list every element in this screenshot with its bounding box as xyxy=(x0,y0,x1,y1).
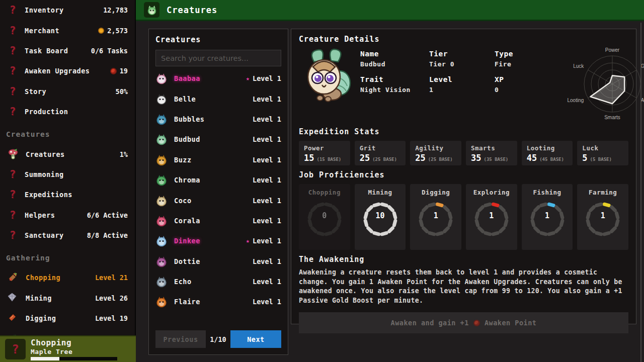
svg-text:Smarts: Smarts xyxy=(604,115,620,120)
echo-sprite-icon xyxy=(155,276,168,288)
sidebar-item-value: Level 21 xyxy=(95,274,128,282)
field-trait: TraitNight Vision xyxy=(360,75,429,94)
sidebar-item-mining[interactable]: MiningLevel 26 xyxy=(0,288,135,308)
field-label: XP xyxy=(495,75,560,83)
sidebar-item-label: Merchant xyxy=(25,27,59,35)
job-proficiency-cards: Chopping0Mining10Digging1Exploring1Fishi… xyxy=(299,184,628,250)
stat-base: (45 BASE) xyxy=(539,157,564,162)
creature-sprite-icon xyxy=(7,148,19,160)
sidebar-item-label: Helpers xyxy=(25,211,55,219)
creature-row-baabaa[interactable]: Baabaa★Level 1 xyxy=(155,68,281,88)
previous-page-button[interactable]: Previous xyxy=(155,330,206,348)
field-tier: TierTier 0 xyxy=(429,50,495,68)
job-label: Digging xyxy=(422,189,450,196)
field-value: Budbud xyxy=(360,60,429,68)
creature-name: Coco xyxy=(174,197,192,205)
sidebar-item-helpers[interactable]: ?Helpers6/6 Active xyxy=(0,205,135,225)
chroma-sprite-icon xyxy=(155,174,168,186)
job-card-digging: Digging1 xyxy=(410,184,461,250)
creature-level: Level 1 xyxy=(253,95,281,103)
active-task-status-bar[interactable]: ? Chopping Maple Tree xyxy=(0,335,136,362)
sidebar-item-production[interactable]: ?Production xyxy=(0,102,135,122)
sidebar-item-chopping[interactable]: ChoppingLevel 21 xyxy=(0,267,135,288)
unknown-question-icon: ? xyxy=(7,189,18,201)
unknown-question-icon: ? xyxy=(7,25,18,37)
creature-row-chroma[interactable]: ChromaLevel 1 xyxy=(155,170,281,190)
creature-row-dinkee[interactable]: Dinkee★Level 1 xyxy=(155,231,281,251)
creature-level: Level 1 xyxy=(253,176,281,184)
creature-list: Baabaa★Level 1BelleLevel 1BubblesLevel 1… xyxy=(155,68,281,312)
creature-row-dottie[interactable]: DottieLevel 1 xyxy=(155,251,281,272)
stat-label: Grit xyxy=(360,144,401,152)
creature-row-budbud[interactable]: BudbudLevel 1 xyxy=(155,129,281,149)
sidebar-item-expeditions[interactable]: ?Expeditions xyxy=(0,185,135,205)
sidebar-item-story[interactable]: ?Story50% xyxy=(0,81,135,102)
sidebar-item-sanctuary[interactable]: ?Sanctuary8/8 Active xyxy=(0,225,135,245)
sidebar-item-digging[interactable]: DiggingLevel 19 xyxy=(0,308,135,328)
sidebar-item-creatures[interactable]: Creatures1% xyxy=(0,144,135,164)
job-card-farming: Farming1 xyxy=(577,184,628,250)
sidebar-item-value: Level 26 xyxy=(95,294,128,302)
sidebar-item-merchant[interactable]: ?Merchant2,573 xyxy=(0,20,135,40)
sidebar-item-value: 12,783 xyxy=(103,6,128,14)
active-task-title: Chopping xyxy=(31,338,117,347)
expedition-stats-title: Expedition Stats xyxy=(299,127,628,136)
job-label: Exploring xyxy=(473,189,510,196)
corala-sprite-icon xyxy=(155,215,168,227)
creature-name: Chroma xyxy=(174,176,200,184)
creature-row-corala[interactable]: CoralaLevel 1 xyxy=(155,211,281,231)
sidebar-item-label: Mining xyxy=(26,294,52,302)
creature-name: Corala xyxy=(174,217,200,225)
stat-card-smarts: Smarts35(35 BASE) xyxy=(466,141,517,165)
creature-name: Belle xyxy=(174,95,196,103)
sidebar-item-label: Story xyxy=(25,87,46,96)
creature-list-panel: Creatures Baabaa★Level 1BelleLevel 1Bubb… xyxy=(148,29,288,355)
creature-level: ★Level 1 xyxy=(246,74,281,82)
sidebar-item-summoning[interactable]: ?Summoning xyxy=(0,164,135,185)
sidebar-item-label: Summoning xyxy=(25,170,64,178)
unknown-question-icon: ? xyxy=(7,209,18,221)
unknown-question-icon: ? xyxy=(7,65,18,77)
stat-value: 35 xyxy=(471,153,481,163)
scrollbar[interactable] xyxy=(640,23,641,362)
creature-name: Baabaa xyxy=(174,74,200,82)
creature-row-echo[interactable]: EchoLevel 1 xyxy=(155,272,281,292)
sidebar-item-label: Digging xyxy=(26,314,56,322)
next-page-button[interactable]: Next xyxy=(230,330,281,348)
creature-name: Budbud xyxy=(174,135,200,143)
budbud-portrait xyxy=(299,47,355,103)
job-card-mining: Mining10 xyxy=(355,184,406,250)
active-task-subtitle: Maple Tree xyxy=(31,348,117,355)
sidebar-item-task-board[interactable]: ?Task Board0/6 Tasks xyxy=(0,41,135,61)
awakening-title: The Awakening xyxy=(299,255,628,264)
stat-base: (25 BASE) xyxy=(372,157,397,162)
field-value: Night Vision xyxy=(360,86,429,94)
job-value: 1 xyxy=(466,211,517,220)
unknown-question-icon: ? xyxy=(7,106,18,118)
unknown-question-icon: ? xyxy=(10,343,21,355)
creature-level: Level 1 xyxy=(253,257,281,265)
job-label: Farming xyxy=(589,189,617,196)
creature-row-coco[interactable]: CocoLevel 1 xyxy=(155,190,281,210)
creature-row-belle[interactable]: BelleLevel 1 xyxy=(155,88,281,109)
task-progress-fill xyxy=(31,357,59,360)
sidebar-item-value: 8/8 Active xyxy=(87,231,128,239)
sidebar-item-label: Sanctuary xyxy=(25,231,64,239)
awakened-star-icon: ★ xyxy=(246,75,250,82)
dottie-sprite-icon xyxy=(155,255,168,267)
job-proficiencies-title: Job Proficiencies xyxy=(299,170,628,179)
details-header: NameBudbudTierTier 0TypeFireTraitNight V… xyxy=(299,47,628,122)
svg-text:Looting: Looting xyxy=(567,98,584,103)
awaken-button[interactable]: Awaken and gain +1 Awaken Point xyxy=(299,312,628,333)
creature-row-flaire[interactable]: FlaireLevel 1 xyxy=(155,292,281,312)
search-input[interactable] xyxy=(155,50,281,66)
gold-coin-icon xyxy=(98,28,104,34)
sidebar-item-awaken-upgrades[interactable]: ?Awaken Upgrades19 xyxy=(0,61,135,81)
creature-row-buzz[interactable]: BuzzLevel 1 xyxy=(155,150,281,170)
baabaa-sprite-icon xyxy=(155,72,168,84)
creature-name: Echo xyxy=(174,278,192,286)
creature-row-bubbles[interactable]: BubblesLevel 1 xyxy=(155,109,281,129)
sidebar-item-label: Task Board xyxy=(25,47,68,55)
sidebar-item-inventory[interactable]: ?Inventory12,783 xyxy=(0,0,135,20)
creature-level: Level 1 xyxy=(253,278,281,286)
